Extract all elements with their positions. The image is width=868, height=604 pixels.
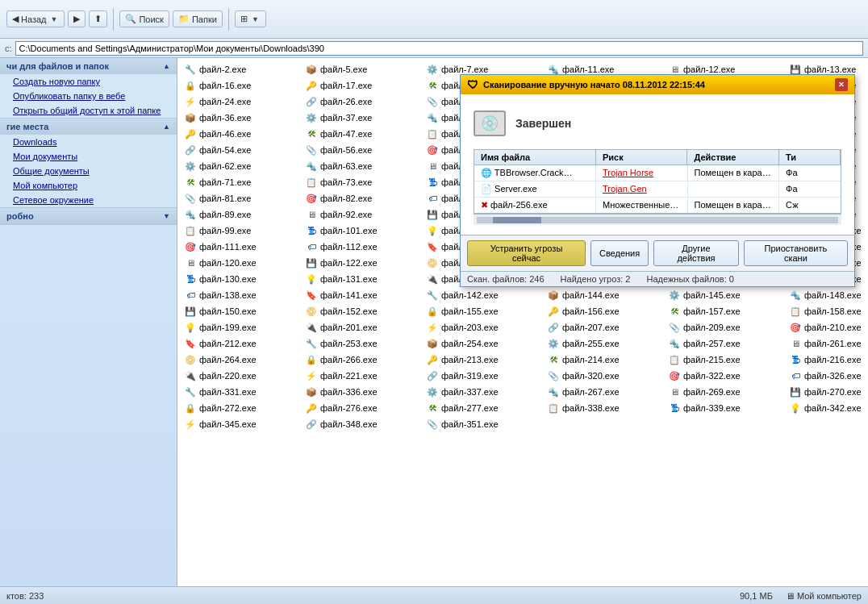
file-item[interactable]: 🔗файл-348.exe [302, 416, 423, 432]
file-item[interactable]: 📀файл-264.exe [181, 352, 302, 368]
file-item[interactable]: ⚙️файл-62.exe [181, 158, 302, 174]
file-item[interactable]: 📦файл-144.exe [544, 287, 665, 303]
back-dropdown-icon[interactable]: ▼ [49, 15, 60, 23]
file-item[interactable]: 📀файл-152.exe [302, 303, 423, 319]
file-item[interactable]: ⚙️файл-145.exe [665, 287, 786, 303]
file-item[interactable]: 🎯файл-210.exe [786, 319, 868, 335]
file-item[interactable]: 🔑файл-276.exe [302, 400, 423, 416]
file-item[interactable]: 🖥файл-269.exe [665, 384, 786, 400]
file-item[interactable]: ⚡файл-24.exe [181, 94, 302, 110]
file-item[interactable]: ⚙️файл-255.exe [544, 335, 665, 352]
av-scrollbar[interactable] [474, 214, 841, 225]
file-item[interactable]: 🔌файл-201.exe [302, 319, 423, 335]
sidebar-item-share[interactable]: Открыть общий доступ к этой папке [0, 103, 177, 118]
addressbar-input[interactable] [15, 41, 863, 56]
folders-button[interactable]: 📁 Папки [173, 10, 223, 27]
file-item[interactable]: 🔖файл-141.exe [302, 287, 423, 303]
file-item[interactable]: 🔑файл-213.exe [423, 352, 544, 368]
file-item[interactable]: 📎файл-351.exe [423, 416, 544, 432]
filelist[interactable]: 🔧файл-2.exe📦файл-5.exe⚙️файл-7.exe🔩файл-… [177, 58, 868, 586]
file-item[interactable]: 🗜файл-339.exe [665, 400, 786, 416]
file-item[interactable]: 🔩файл-257.exe [665, 335, 786, 352]
file-item[interactable]: 📋файл-338.exe [544, 400, 665, 416]
file-item[interactable]: 💾файл-122.exe [302, 255, 423, 271]
file-item[interactable]: 📋файл-99.exe [181, 223, 302, 239]
file-item[interactable]: 📦файл-5.exe [302, 61, 423, 77]
file-item[interactable]: 🏷файл-138.exe [181, 287, 302, 303]
av-threat-2-risk[interactable]: Trojan.Gen [596, 181, 688, 197]
file-item[interactable]: 🛠файл-71.exe [181, 174, 302, 190]
file-item[interactable]: 🔑файл-17.exe [302, 77, 423, 94]
file-item[interactable]: 🗜файл-216.exe [786, 352, 868, 368]
file-item[interactable]: 🖥файл-92.exe [302, 206, 423, 223]
file-item[interactable]: 📋файл-215.exe [665, 352, 786, 368]
file-item[interactable]: 🛠файл-157.exe [665, 303, 786, 319]
file-item[interactable]: 💡файл-342.exe [786, 400, 868, 416]
sidebar-item-my-computer[interactable]: Мой компьютер [0, 178, 177, 193]
file-item[interactable]: 🎯файл-322.exe [665, 368, 786, 384]
file-item[interactable]: 📦файл-336.exe [302, 384, 423, 400]
file-item[interactable]: 🔑файл-46.exe [181, 126, 302, 142]
file-item[interactable]: ⚙️файл-37.exe [302, 110, 423, 126]
sidebar-section-details-header[interactable]: робно ▼ [0, 208, 177, 224]
file-item[interactable]: ⚡файл-345.exe [181, 416, 302, 432]
sidebar-section-tasks-header[interactable]: чи для файлов и папок ▲ [0, 58, 177, 74]
file-item[interactable]: 📎файл-209.exe [665, 319, 786, 335]
av-threat-row-1[interactable]: 🌐 TBBrowser.Crack… Trojan Horse Помещен … [474, 165, 841, 181]
file-item[interactable]: 🔩файл-267.exe [544, 384, 665, 400]
av-threat-row-2[interactable]: 📄 Server.exe Trojan.Gen Фа [474, 181, 841, 198]
file-item[interactable]: 🗜файл-130.exe [181, 271, 302, 287]
file-item[interactable]: 💾файл-150.exe [181, 303, 302, 319]
av-other-actions-button[interactable]: Другие действия [653, 240, 739, 266]
file-item[interactable]: ⚡файл-221.exe [302, 368, 423, 384]
sidebar-item-my-docs[interactable]: Мои документы [0, 149, 177, 164]
file-item[interactable]: ⚙️файл-337.exe [423, 384, 544, 400]
sidebar-item-network[interactable]: Сетевое окружение [0, 193, 177, 207]
file-item[interactable]: 🖥файл-261.exe [786, 335, 868, 352]
file-item[interactable]: 🖥файл-120.exe [181, 255, 302, 271]
file-item[interactable]: 💡файл-199.exe [181, 319, 302, 335]
file-item[interactable]: 🔧файл-253.exe [302, 335, 423, 352]
av-threat-row-3[interactable]: ✖ файл-256.exe Множественные риски Помещ… [474, 198, 841, 213]
file-item[interactable]: 🎯файл-82.exe [302, 190, 423, 206]
file-item[interactable]: 📎файл-56.exe [302, 142, 423, 158]
file-item[interactable]: 💾файл-270.exe [786, 384, 868, 400]
view-dropdown-icon[interactable]: ▼ [250, 15, 261, 23]
file-item[interactable]: 🎯файл-111.exe [181, 239, 302, 255]
sidebar-item-shared-docs[interactable]: Общие документы [0, 164, 177, 178]
file-item[interactable]: 🔒файл-272.exe [181, 400, 302, 416]
file-item[interactable]: 🔩файл-89.exe [181, 206, 302, 223]
sidebar-section-places-header[interactable]: гие места ▲ [0, 119, 177, 135]
file-item[interactable]: 🔒файл-16.exe [181, 77, 302, 94]
file-item[interactable]: 🔩файл-148.exe [786, 287, 868, 303]
back-button[interactable]: ◀ Назад ▼ [6, 10, 65, 27]
file-item[interactable]: 🛠файл-277.exe [423, 400, 544, 416]
av-pause-button[interactable]: Приостановить скани [744, 240, 848, 266]
view-button[interactable]: ⊞ ▼ [235, 10, 266, 27]
av-close-button[interactable]: ✕ [835, 78, 848, 91]
file-item[interactable]: 💡файл-131.exe [302, 271, 423, 287]
file-item[interactable]: 🔌файл-220.exe [181, 368, 302, 384]
av-threat-1-risk[interactable]: Trojan Horse [596, 165, 688, 181]
sidebar-item-publish[interactable]: Опубликовать папку в вебе [0, 89, 177, 103]
sidebar-item-new-folder[interactable]: Создать новую папку [0, 74, 177, 89]
file-item[interactable]: 🔗файл-319.exe [423, 368, 544, 384]
file-item[interactable]: 🛠файл-214.exe [544, 352, 665, 368]
sidebar-item-downloads[interactable]: Downloads [0, 135, 177, 149]
file-item[interactable]: 🔗файл-54.exe [181, 142, 302, 158]
file-item[interactable]: 📎файл-320.exe [544, 368, 665, 384]
file-item[interactable]: 🔗файл-26.exe [302, 94, 423, 110]
file-item[interactable]: 📋файл-158.exe [786, 303, 868, 319]
file-item[interactable]: 🔑файл-156.exe [544, 303, 665, 319]
file-item[interactable]: 🔒файл-266.exe [302, 352, 423, 368]
file-item[interactable]: 🛠файл-47.exe [302, 126, 423, 142]
file-item[interactable]: 🔒файл-155.exe [423, 303, 544, 319]
file-item[interactable]: 🏷файл-326.exe [786, 368, 868, 384]
file-item[interactable]: 🔧файл-331.exe [181, 384, 302, 400]
file-item[interactable]: 🔩файл-63.exe [302, 158, 423, 174]
file-item[interactable]: 🗜файл-101.exe [302, 223, 423, 239]
av-details-button[interactable]: Сведения [590, 240, 649, 266]
file-item[interactable]: 📎файл-81.exe [181, 190, 302, 206]
av-fix-button[interactable]: Устранить угрозы сейчас [467, 240, 586, 266]
file-item[interactable]: 🔧файл-2.exe [181, 61, 302, 77]
